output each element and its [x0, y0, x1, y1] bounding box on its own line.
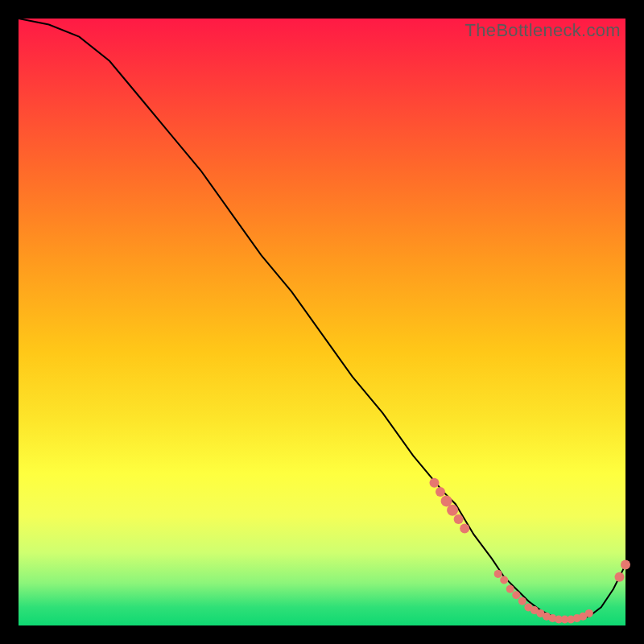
data-marker	[454, 514, 464, 524]
data-marker	[506, 585, 514, 593]
chart-svg	[19, 19, 625, 625]
data-marker	[436, 487, 445, 497]
data-marker	[494, 570, 502, 578]
data-marker	[615, 572, 625, 582]
data-marker	[518, 597, 526, 605]
bottleneck-curve-line	[19, 19, 625, 620]
plot-area: TheBottleneck.com	[19, 19, 625, 625]
data-marker	[500, 576, 508, 584]
data-marker	[430, 478, 440, 488]
chart-frame: TheBottleneck.com	[0, 0, 644, 644]
data-marker	[447, 505, 458, 516]
data-marker	[621, 560, 630, 570]
data-marker	[512, 591, 520, 599]
data-marker	[585, 609, 593, 617]
data-marker	[460, 523, 469, 533]
